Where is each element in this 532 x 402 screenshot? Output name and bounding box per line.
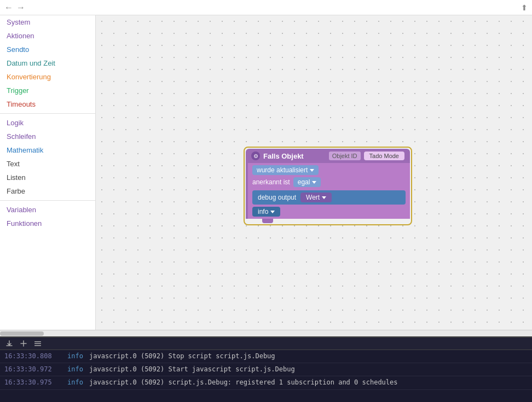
sidebar-item-funktionen[interactable]: Funktionen — [0, 217, 95, 230]
wurde-dropdown-arrow — [310, 169, 314, 172]
log-timestamp: 16:33:30.972 — [4, 364, 67, 375]
log-message: javascript.0 (5092) Start javascript scr… — [89, 364, 295, 375]
anerkannt-row: anerkannt ist egal — [252, 177, 406, 187]
svg-rect-0 — [34, 341, 41, 342]
sidebar-item-listen[interactable]: Listen — [0, 171, 95, 184]
sidebar-item-sendto[interactable]: Sendto — [0, 43, 95, 56]
sidebar-item-schleifen[interactable]: Schleifen — [0, 130, 95, 143]
block-header: ⚙ Falls Objekt Objekt ID Tado Mode — [246, 149, 410, 163]
export-icon[interactable]: ⬆ — [521, 3, 528, 12]
sidebar-item-trigger[interactable]: Trigger — [0, 84, 95, 97]
console-panel: 16:33:30.808 info javascript.0 (5092) St… — [0, 336, 532, 402]
console-log-entry: 16:33:30.808 info javascript.0 (5092) St… — [0, 350, 532, 363]
sidebar-item-farbe[interactable]: Farbe — [0, 184, 95, 198]
scrollbar-thumb[interactable] — [0, 331, 44, 336]
info-dropdown-arrow — [270, 211, 275, 213]
objekt-id-value[interactable]: Tado Mode — [364, 152, 404, 160]
console-entries: 16:33:30.808 info javascript.0 (5092) St… — [0, 350, 532, 390]
log-level: info — [67, 377, 89, 388]
log-level: info — [67, 364, 89, 375]
main-area: System Aktionen Sendto Datum und Zeit Ko… — [0, 15, 532, 330]
sidebar-item-variablen[interactable]: Variablen — [0, 203, 95, 217]
anerkannt-select[interactable]: egal — [293, 177, 321, 187]
scrollbar-area[interactable] — [0, 330, 532, 336]
canvas[interactable]: ⚙ Falls Objekt Objekt ID Tado Mode — [96, 15, 532, 330]
back-icon[interactable]: ← — [4, 3, 13, 13]
log-level: info — [67, 351, 89, 362]
sidebar-item-text[interactable]: Text — [0, 157, 95, 171]
top-bar-nav: ← → — [4, 3, 25, 13]
sidebar-item-konvertierung[interactable]: Konvertierung — [0, 70, 95, 84]
objekt-id-label: Objekt ID — [332, 153, 357, 159]
anerkannt-label: anerkannt ist — [252, 178, 290, 186]
sidebar: System Aktionen Sendto Datum und Zeit Ko… — [0, 15, 96, 330]
sidebar-divider-2 — [0, 200, 95, 201]
sidebar-item-mathematik[interactable]: Mathematik — [0, 143, 95, 157]
anerkannt-dropdown-arrow — [312, 181, 316, 184]
wert-dropdown-arrow — [322, 196, 326, 199]
info-row: info — [252, 207, 406, 217]
block-title: Falls Objekt — [263, 152, 304, 160]
sidebar-item-timeouts[interactable]: Timeouts — [0, 97, 95, 111]
sidebar-item-logik[interactable]: Logik — [0, 116, 95, 130]
sidebar-item-system[interactable]: System — [0, 15, 95, 29]
top-bar: ← → ⬆ — [0, 0, 532, 15]
info-select[interactable]: info — [252, 207, 280, 217]
falls-objekt-block: ⚙ Falls Objekt Objekt ID Tado Mode — [246, 149, 410, 223]
log-message: javascript.0 (5092) script.js.Debug: reg… — [89, 377, 398, 388]
console-clear-btn[interactable] — [18, 339, 30, 348]
connector-right: Objekt ID — [329, 152, 361, 160]
wurde-select[interactable]: wurde aktualisiert — [252, 165, 319, 175]
console-toolbar — [0, 337, 532, 350]
sidebar-item-aktionen[interactable]: Aktionen — [0, 29, 95, 43]
console-download-btn[interactable] — [3, 339, 15, 348]
console-log-entry: 16:33:30.975 info javascript.0 (5092) sc… — [0, 376, 532, 389]
forward-icon[interactable]: → — [16, 3, 25, 13]
block-outline: ⚙ Falls Objekt Objekt ID Tado Mode — [244, 147, 412, 225]
block-bottom-connector — [262, 219, 273, 223]
log-timestamp: 16:33:30.808 — [4, 351, 67, 362]
block-group: ⚙ Falls Objekt Objekt ID Tado Mode — [244, 147, 412, 225]
gear-icon[interactable]: ⚙ — [251, 152, 260, 160]
debug-block: debug output Wert — [252, 190, 406, 205]
wert-badge[interactable]: Wert — [300, 193, 332, 202]
log-message: javascript.0 (5092) Stop script script.j… — [89, 351, 275, 362]
sidebar-divider-1 — [0, 113, 95, 114]
svg-rect-2 — [34, 345, 41, 346]
console-log-entry: 16:33:30.972 info javascript.0 (5092) St… — [0, 363, 532, 376]
svg-rect-1 — [34, 343, 41, 345]
console-menu-btn[interactable] — [32, 339, 44, 348]
top-bar-right: ⬆ — [521, 3, 528, 12]
block-header-left: ⚙ Falls Objekt — [251, 152, 325, 160]
sidebar-item-datum[interactable]: Datum und Zeit — [0, 56, 95, 70]
debug-label: debug output — [258, 194, 296, 201]
block-body: wurde aktualisiert anerkannt ist egal — [246, 163, 410, 219]
wurde-row: wurde aktualisiert — [252, 165, 406, 175]
log-timestamp: 16:33:30.975 — [4, 377, 67, 388]
